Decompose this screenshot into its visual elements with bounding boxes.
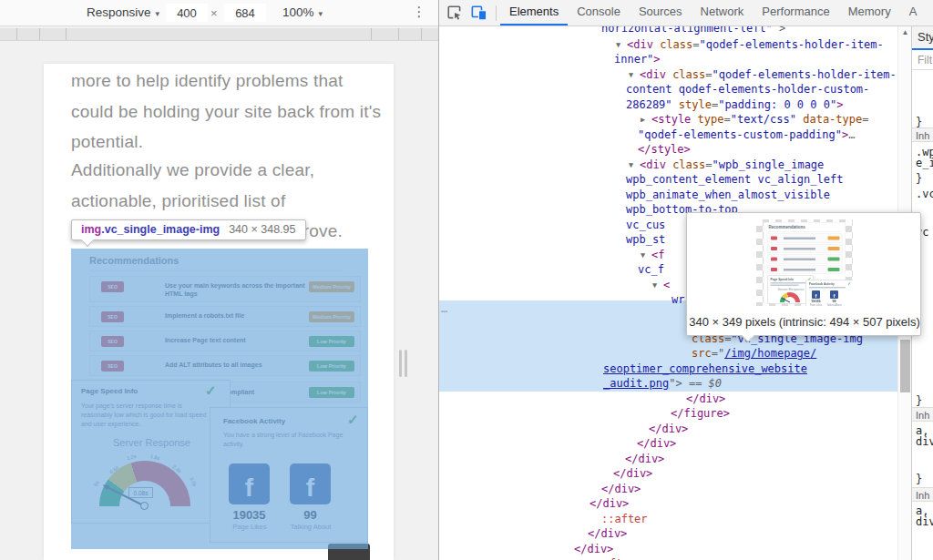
- zoom-dropdown[interactable]: 100%▾: [282, 5, 323, 19]
- text-line: Additionally we provide a clear,: [71, 155, 343, 186]
- code-line[interactable]: </div>: [649, 422, 688, 437]
- device-type-dropdown[interactable]: Responsive▾: [87, 5, 159, 19]
- inspect-element-icon[interactable]: [446, 5, 463, 21]
- mini-row: [768, 244, 843, 253]
- code-line[interactable]: …: [441, 301, 448, 317]
- card-title: Facebook Activity: [809, 282, 835, 286]
- code-line[interactable]: </div>: [601, 482, 641, 497]
- devtools-tab-bar: ElementsConsoleSourcesNetworkPerformance…: [438, 0, 933, 26]
- text-bar: [784, 248, 815, 250]
- code-line[interactable]: ▶<style type="text/css" data-type=: [641, 112, 868, 127]
- thumbnail-checkerboard: Recommendations Page Speed Info ✓ Server…: [756, 219, 853, 306]
- style-fragment[interactable]: Inh: [912, 407, 933, 422]
- viewport-ruler: [0, 28, 438, 41]
- device-type-label: Responsive: [87, 5, 151, 19]
- style-fragment[interactable]: div: [916, 436, 933, 448]
- resize-drag-handle[interactable]: [399, 350, 410, 377]
- scrollbar-thumb[interactable]: [900, 340, 910, 392]
- facebook-icon: f: [830, 290, 838, 299]
- style-fragment[interactable]: e_i: [916, 158, 933, 169]
- code-line[interactable]: ▼<div class="wpb_single_image: [629, 158, 824, 173]
- device-toolbar-icon[interactable]: [471, 5, 487, 21]
- tooltip-class-name: .vc_single_image-img: [101, 223, 220, 236]
- code-line[interactable]: </div>: [613, 466, 652, 482]
- pane-divider[interactable]: [438, 0, 439, 560]
- tab-network[interactable]: Network: [692, 0, 754, 25]
- mini-row: [768, 255, 843, 264]
- code-line[interactable]: _audit.png"> == $0: [603, 376, 722, 392]
- toolbar-separator: [496, 5, 497, 21]
- text-bar: [784, 259, 815, 261]
- thumbnail-content: Recommendations Page Speed Info ✓ Server…: [764, 222, 846, 303]
- code-line[interactable]: ▼<div class="qodef-elements-holder-item-: [629, 67, 897, 83]
- code-line[interactable]: wpb_content_element vc_align_left: [626, 172, 843, 188]
- stat-label: Page Likes: [808, 303, 825, 306]
- code-line[interactable]: ::after: [590, 556, 636, 560]
- device-emulation-pane: Responsive▾ × 100%▾ ⋮ more to help ident…: [0, 0, 438, 560]
- priority-badge: [828, 237, 840, 240]
- tab-memory[interactable]: Memory: [839, 0, 900, 25]
- style-fragment[interactable]: }: [916, 172, 922, 185]
- text-line: actionable, prioritised list of: [71, 186, 343, 217]
- code-line[interactable]: </div>: [625, 452, 664, 467]
- code-line[interactable]: </div>: [574, 542, 613, 557]
- style-fragment[interactable]: }: [916, 473, 922, 485]
- tab-styles[interactable]: Sty: [918, 30, 933, 44]
- code-line[interactable]: </div>: [686, 392, 725, 407]
- code-line[interactable]: 286289" style="padding: 0 0 0 0">: [626, 97, 843, 113]
- code-line[interactable]: seoptimer_comprehensive_website: [603, 361, 807, 377]
- code-line[interactable]: ::after: [601, 512, 648, 527]
- devtools-window: Responsive▾ × 100%▾ ⋮ more to help ident…: [0, 0, 933, 560]
- filter-placeholder: Filt: [918, 54, 932, 66]
- mini-gauge: [780, 292, 800, 302]
- text-line: potential.: [71, 127, 381, 158]
- text-line: more to help identify problems that: [71, 66, 381, 97]
- text-bar: [784, 238, 815, 240]
- seo-badge: [771, 237, 777, 240]
- code-line[interactable]: wpb_animate_when_almost_visible: [626, 188, 830, 203]
- code-line[interactable]: inner">: [614, 52, 661, 67]
- style-fragment[interactable]: .vc: [916, 188, 933, 200]
- code-line[interactable]: src="/img/homepage/: [692, 346, 816, 361]
- tab-performance[interactable]: Performance: [753, 0, 838, 25]
- code-line[interactable]: ▼<: [652, 278, 670, 293]
- style-fragment[interactable]: Inh: [912, 487, 933, 502]
- devtools-tabs: ElementsConsoleSourcesNetworkPerformance…: [500, 0, 926, 25]
- code-line[interactable]: </div>: [588, 526, 627, 542]
- device-toolbar: Responsive▾ × 100%▾ ⋮: [0, 0, 438, 26]
- tab-sources[interactable]: Sources: [630, 0, 692, 25]
- style-fragment[interactable]: }: [916, 394, 922, 407]
- code-line[interactable]: </div>: [590, 496, 629, 512]
- code-line[interactable]: </figure>: [671, 406, 730, 422]
- code-line[interactable]: wpb_st: [626, 232, 665, 248]
- code-line[interactable]: ▼<f: [641, 248, 664, 263]
- scrollbar-up-icon[interactable]: ▲: [898, 28, 912, 36]
- more-options-icon[interactable]: ⋮: [412, 4, 426, 20]
- stat-label: Talking About: [826, 303, 843, 306]
- image-preview-tooltip: Recommendations Page Speed Info ✓ Server…: [686, 212, 921, 336]
- image-dimensions-caption: 340 × 349 pixels (intrinsic: 494 × 507 p…: [687, 315, 922, 329]
- element-highlight-overlay: [71, 249, 368, 549]
- viewport-height-input[interactable]: [224, 4, 266, 22]
- style-fragment[interactable]: Inh: [912, 127, 933, 142]
- tooltip-dimensions: 340 × 348.95: [229, 223, 295, 236]
- code-line[interactable]: </div>: [637, 436, 676, 452]
- code-line[interactable]: vc_f: [638, 262, 664, 278]
- code-line[interactable]: content qodef-elements-holder-custom-: [626, 82, 869, 97]
- tab-a[interactable]: A: [900, 0, 927, 25]
- style-fragment[interactable]: div: [916, 516, 933, 528]
- code-line[interactable]: wr: [672, 292, 684, 308]
- style-fragment[interactable]: }: [916, 116, 922, 128]
- code-line[interactable]: "qodef-elements-custom-padding">…: [638, 127, 855, 143]
- code-line[interactable]: vc_cus: [626, 218, 665, 233]
- code-line[interactable]: </style>: [638, 142, 691, 158]
- code-line[interactable]: ▼<div class="qodef-elements-holder-item-: [616, 37, 884, 53]
- element-info-tooltip: img.vc_single_image-img340 × 348.95: [71, 219, 306, 240]
- mini-facebook-card: Facebook Activity ✓ f f 19035 99 Page Li…: [806, 280, 854, 307]
- mini-row: [768, 234, 843, 243]
- viewport-width-input[interactable]: [166, 4, 208, 22]
- tab-console[interactable]: Console: [568, 0, 630, 25]
- tab-elements[interactable]: Elements: [500, 0, 568, 25]
- styles-filter-row[interactable]: Filt: [912, 50, 933, 70]
- code-line[interactable]: horizontal-alignment-left" >: [601, 26, 785, 36]
